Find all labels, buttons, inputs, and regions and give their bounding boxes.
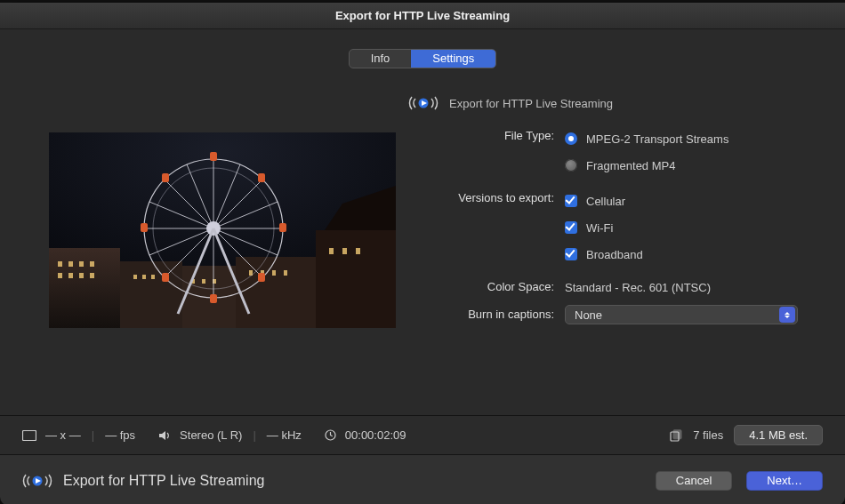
label-color-space: Color Space:	[414, 278, 565, 296]
svg-rect-17	[151, 275, 155, 279]
status-dimensions: — x —	[45, 428, 81, 442]
radio-mpeg2-label: MPEG-2 Transport Streams	[586, 132, 728, 146]
frame-size-icon	[22, 430, 36, 441]
svg-rect-7	[58, 261, 62, 267]
checkbox-cellular[interactable]: Cellular	[565, 189, 798, 212]
svg-rect-49	[23, 430, 36, 440]
svg-rect-41	[258, 273, 265, 282]
svg-rect-2	[120, 261, 182, 328]
svg-rect-24	[284, 270, 287, 276]
footer-preset-name: Export for HTTP Live Streaming	[63, 473, 264, 489]
checkbox-wifi-label: Wi-Fi	[586, 221, 613, 235]
checkbox-cellular-label: Cellular	[586, 195, 625, 208]
select-captions[interactable]: None	[565, 305, 798, 324]
export-dialog: Export for HTTP Live Streaming Info Sett…	[0, 3, 845, 501]
broadcast-icon	[408, 95, 439, 111]
checkbox-broadband-label: Broadband	[586, 248, 643, 261]
svg-rect-25	[329, 248, 334, 254]
svg-rect-26	[342, 248, 347, 254]
tab-info[interactable]: Info	[350, 50, 412, 68]
label-versions: Versions to export:	[414, 189, 565, 207]
status-size-estimate: 4.1 MB est.	[734, 425, 823, 445]
svg-rect-15	[133, 275, 137, 279]
svg-rect-27	[356, 248, 360, 254]
video-preview	[49, 132, 396, 333]
status-duration: 00:00:02:09	[345, 428, 406, 442]
svg-rect-9	[79, 261, 84, 267]
window-title: Export for HTTP Live Streaming	[0, 3, 845, 29]
svg-rect-16	[142, 275, 146, 279]
svg-rect-5	[316, 230, 396, 328]
svg-rect-11	[58, 273, 62, 278]
content-area: Info Settings	[0, 29, 845, 504]
row-file-type: File Type: MPEG-2 Transport Streams Frag…	[414, 127, 798, 180]
checkbox-broadband[interactable]: Broadband	[565, 243, 798, 266]
checkmark-icon	[565, 195, 577, 207]
settings-panel: Export for HTTP Live Streaming File Type…	[22, 68, 823, 415]
speaker-icon	[158, 430, 171, 441]
svg-rect-12	[68, 273, 73, 278]
preset-name: Export for HTTP Live Streaming	[449, 97, 613, 110]
svg-rect-38	[210, 152, 217, 161]
cancel-button[interactable]: Cancel	[656, 471, 732, 491]
svg-rect-3	[182, 266, 236, 328]
row-versions: Versions to export: Cellular Wi-Fi	[414, 189, 798, 269]
label-captions: Burn in captions:	[414, 306, 565, 324]
next-button[interactable]: Next…	[746, 471, 823, 491]
row-color-space: Color Space: Standard - Rec. 601 (NTSC)	[414, 278, 798, 296]
tab-segmented-control[interactable]: Info Settings	[349, 49, 497, 68]
broadcast-icon	[22, 473, 52, 489]
svg-rect-40	[279, 223, 286, 232]
radio-mpeg2-ts[interactable]: MPEG-2 Transport Streams	[565, 127, 798, 150]
clock-icon	[325, 429, 336, 441]
svg-rect-13	[79, 273, 84, 278]
svg-rect-19	[202, 279, 205, 284]
svg-rect-10	[90, 261, 94, 267]
svg-rect-4	[236, 257, 316, 328]
svg-rect-39	[258, 173, 265, 182]
checkmark-icon	[565, 221, 577, 234]
value-color-space: Standard - Rec. 601 (NTSC)	[565, 281, 711, 294]
radio-on-icon	[565, 132, 577, 145]
files-icon	[670, 429, 682, 442]
status-file-count: 7 files	[693, 428, 723, 442]
status-audio: Stereo (L R)	[180, 428, 242, 442]
checkmark-icon	[565, 248, 577, 260]
select-captions-value: None	[575, 308, 602, 322]
label-file-type: File Type:	[414, 127, 565, 145]
checkbox-wifi[interactable]: Wi-Fi	[565, 216, 798, 239]
svg-rect-42	[210, 294, 217, 303]
status-fps: — fps	[105, 428, 135, 442]
radio-fmp4-label: Fragmented MP4	[586, 159, 675, 172]
svg-rect-1	[49, 248, 120, 328]
svg-rect-45	[162, 173, 169, 182]
svg-rect-52	[673, 429, 681, 438]
svg-rect-14	[90, 273, 94, 278]
settings-form: Export for HTTP Live Streaming File Type…	[414, 86, 798, 333]
radio-off-icon	[565, 159, 577, 172]
status-bar: — x — | — fps Stereo (L R) | — kHz 00:00…	[0, 415, 845, 454]
row-captions: Burn in captions: None	[414, 305, 798, 324]
preview-thumbnail	[49, 132, 396, 328]
radio-fragmented-mp4[interactable]: Fragmented MP4	[565, 154, 798, 177]
status-khz: — kHz	[267, 428, 302, 442]
svg-rect-23	[272, 270, 276, 276]
tab-settings[interactable]: Settings	[411, 50, 495, 68]
svg-rect-8	[68, 261, 73, 267]
svg-rect-44	[141, 223, 148, 232]
footer-bar: Export for HTTP Live Streaming Cancel Ne…	[0, 454, 845, 504]
svg-rect-43	[162, 273, 169, 282]
select-arrows-icon	[779, 307, 795, 323]
